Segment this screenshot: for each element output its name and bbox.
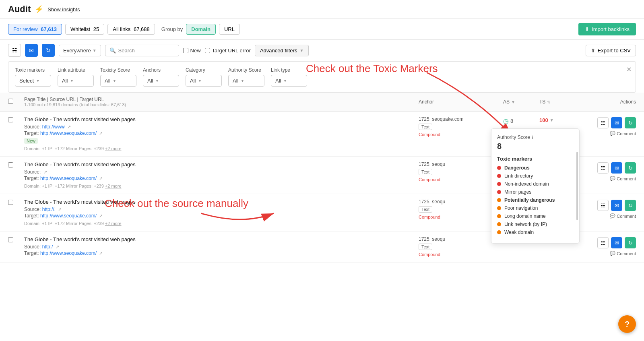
target-url-link[interactable]: http://www.seoquake.com/ — [40, 176, 97, 181]
new-checkbox-label[interactable]: New — [183, 48, 201, 54]
group-by-domain[interactable]: Domain — [186, 24, 216, 35]
compound-badge: Compound — [419, 177, 440, 182]
anchors-select[interactable]: All ▼ — [143, 75, 179, 87]
popup-item: Non-indexed domain — [497, 181, 574, 187]
toxic-markers-select[interactable]: Select ▼ — [15, 75, 51, 87]
orange-dot-icon — [497, 222, 501, 226]
page-col-header: Page Title | Source URL | Target URL 1-1… — [24, 97, 415, 107]
row-checkbox-input[interactable] — [8, 237, 13, 242]
action-page-icon[interactable]: ☷ — [597, 117, 609, 128]
search-box: 🔍 — [105, 45, 179, 56]
row-checkbox[interactable] — [8, 236, 20, 244]
action-page-icon[interactable]: ☷ — [597, 237, 609, 248]
actions-col-header: Actions — [576, 99, 636, 105]
action-whitelist-icon[interactable]: ↻ — [625, 200, 636, 211]
row-checkbox[interactable] — [8, 161, 20, 169]
target-url-link[interactable]: http://www.seoquake.com/ — [40, 130, 97, 136]
row-meta: Domain: +1 IP: +172 Mirror Pages: +239 +… — [24, 146, 122, 151]
chevron-down-icon: ▼ — [155, 79, 159, 83]
row-anchor-cell: 1725. seoqu Text Compound — [419, 161, 499, 182]
external-link-icon[interactable]: ↗ — [43, 169, 47, 174]
authority-score-select[interactable]: All ▼ — [228, 75, 264, 87]
sort-ts-icon[interactable]: ⇅ — [547, 100, 550, 104]
comment-button[interactable]: 💬 Comment — [576, 251, 636, 256]
external-link-icon[interactable]: ↗ — [56, 244, 59, 249]
export-csv-button[interactable]: ⇧ Export to CSV — [586, 45, 636, 56]
external-link-icon[interactable]: ↗ — [99, 176, 103, 181]
location-dropdown[interactable]: Everywhere ▼ — [59, 45, 101, 56]
select-all-input[interactable] — [8, 99, 13, 104]
target-url-link[interactable]: http://www.seoquake.com/ — [40, 213, 97, 219]
link-attribute-select[interactable]: All ▼ — [58, 75, 94, 87]
row-title: The Globe - The world's most visited web… — [24, 116, 415, 122]
advanced-filters-button[interactable]: Advanced filters ▼ — [255, 45, 309, 56]
external-link-icon[interactable]: ↗ — [99, 251, 103, 256]
ts-value[interactable]: 100 ▼ — [539, 117, 572, 123]
show-insights-link[interactable]: Show insights — [47, 6, 80, 12]
row-ts-cell: 100 ▼ Authority Score ℹ 8 Toxic markers … — [539, 116, 572, 123]
new-checkbox[interactable] — [183, 48, 188, 53]
comment-button[interactable]: 💬 Comment — [576, 213, 636, 219]
popup-as-label: Authority Score ℹ — [497, 134, 574, 140]
orange-dot-icon — [497, 214, 501, 218]
action-page-icon[interactable]: ☷ — [597, 162, 609, 174]
action-disavow-icon[interactable]: ✉ — [611, 117, 622, 128]
action-disavow-icon[interactable]: ✉ — [611, 162, 622, 174]
tab-whitelist[interactable]: Whitelist 25 — [65, 24, 104, 35]
toxicity-score-select[interactable]: All ▼ — [100, 75, 136, 87]
row-checkbox-input[interactable] — [8, 200, 13, 205]
select-all-checkbox[interactable] — [8, 99, 20, 105]
comment-button[interactable]: 💬 Comment — [576, 176, 636, 181]
source-url-link[interactable]: http://www — [42, 124, 65, 130]
search-input[interactable] — [118, 48, 175, 54]
external-link-icon[interactable]: ↗ — [99, 213, 103, 218]
action-whitelist-icon[interactable]: ↻ — [625, 162, 636, 174]
close-advanced-filters-icon[interactable]: ✕ — [626, 66, 632, 73]
chevron-down-icon: ▼ — [283, 79, 287, 83]
comment-button[interactable]: 💬 Comment — [576, 131, 636, 136]
more-link[interactable]: +2 more — [105, 146, 122, 151]
external-link-icon[interactable]: ↗ — [58, 207, 62, 212]
action-disavow-icon[interactable]: ✉ — [611, 237, 622, 248]
compound-badge: Compound — [419, 252, 440, 257]
popup-scrollbar[interactable] — [576, 152, 578, 220]
tab-for-review[interactable]: For review 67,613 — [8, 24, 62, 35]
row-checkbox-input[interactable] — [8, 117, 13, 122]
orange-dot-icon — [497, 198, 501, 202]
source-url-link[interactable]: http:/ — [42, 244, 53, 250]
view-icon-btn-2[interactable]: ✉ — [25, 44, 38, 57]
tab-all-links[interactable]: All links 67,688 — [107, 24, 155, 35]
external-link-icon[interactable]: ↗ — [99, 131, 103, 136]
row-checkbox-input[interactable] — [8, 162, 13, 167]
table-header: Page Title | Source URL | Target URL 1-1… — [0, 93, 644, 112]
external-link-icon[interactable]: ↗ — [67, 124, 71, 129]
more-link[interactable]: +2 more — [105, 184, 122, 188]
action-page-icon[interactable]: ☷ — [597, 200, 609, 211]
anchors-label: Anchors — [143, 67, 179, 73]
link-type-select[interactable]: All ▼ — [271, 75, 307, 87]
target-url-error-checkbox-label[interactable]: Target URL error — [205, 48, 251, 54]
chevron-down-icon: ▼ — [70, 79, 74, 83]
more-link[interactable]: +2 more — [105, 221, 122, 226]
popup-item: Dangerous — [497, 165, 574, 171]
view-icon-btn-1[interactable]: ☵ — [8, 44, 21, 57]
red-dot-icon — [497, 182, 501, 186]
sort-as-icon[interactable]: ▼ — [511, 100, 515, 104]
source-url-link[interactable]: http://. — [42, 207, 56, 212]
target-url-error-checkbox[interactable] — [205, 48, 210, 53]
target-url-link[interactable]: http://www.seoquake.com/ — [40, 250, 97, 256]
import-backlinks-button[interactable]: ⬇ Import backlinks — [578, 23, 636, 35]
link-attribute-label: Link attribute — [58, 67, 94, 73]
anchors-filter: Anchors All ▼ — [143, 67, 179, 87]
text-badge: Text — [419, 206, 432, 213]
action-disavow-icon[interactable]: ✉ — [611, 200, 622, 211]
link-type-label: Link type — [271, 67, 307, 73]
category-select[interactable]: All ▼ — [186, 75, 222, 87]
row-checkbox[interactable] — [8, 116, 20, 124]
action-whitelist-icon[interactable]: ↻ — [625, 117, 636, 128]
action-whitelist-icon[interactable]: ↻ — [625, 237, 636, 248]
row-checkbox[interactable] — [8, 199, 20, 206]
info-icon: ℹ — [532, 135, 533, 140]
view-icon-btn-3[interactable]: ↻ — [42, 44, 55, 57]
group-by-url[interactable]: URL — [219, 24, 240, 35]
